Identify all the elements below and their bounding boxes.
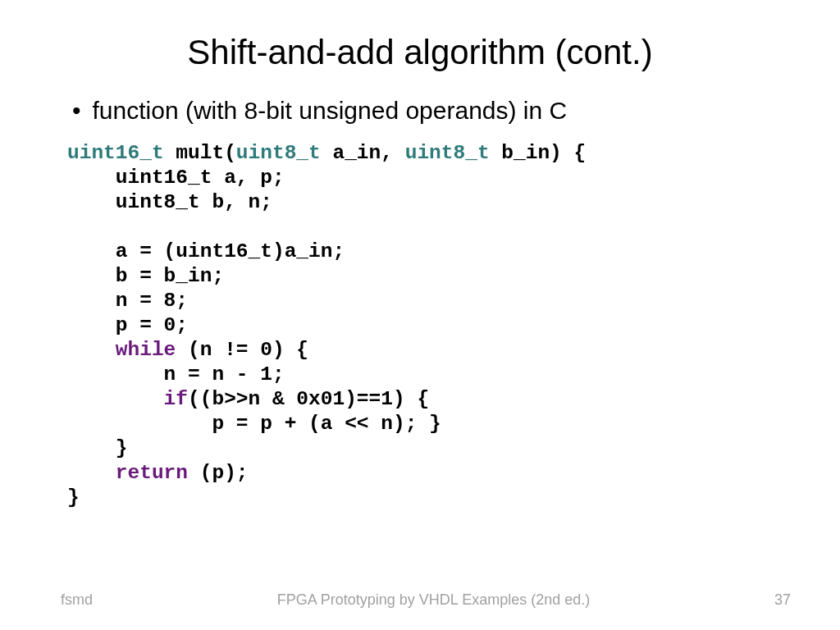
- bullet-dot-icon: •: [72, 95, 81, 126]
- code-keyword: while: [67, 339, 176, 361]
- code-text: n = n - 1;: [67, 363, 285, 386]
- bullet-item: • function (with 8-bit unsigned operands…: [72, 95, 791, 126]
- code-type: uint16_t: [67, 142, 164, 164]
- code-text: (n != 0) {: [176, 339, 308, 361]
- code-text: b = b_in;: [67, 265, 224, 287]
- code-text: p = 0;: [67, 314, 188, 336]
- code-keyword: return: [67, 462, 188, 484]
- code-text: a = (uint16_t)a_in;: [67, 240, 345, 262]
- code-text: b_in) {: [490, 142, 587, 164]
- code-text: mult(: [164, 142, 236, 164]
- code-type: uint8_t: [236, 142, 321, 164]
- code-keyword: if: [67, 388, 188, 410]
- slide-footer: fsmd FPGA Prototyping by VHDL Examples (…: [0, 591, 840, 609]
- code-text: [67, 216, 80, 238]
- code-text: n = 8;: [67, 290, 188, 312]
- footer-page-number: 37: [774, 591, 791, 609]
- bullet-text: function (with 8-bit unsigned operands) …: [93, 95, 568, 126]
- slide-title: Shift-and-add algorithm (cont.): [49, 33, 791, 72]
- code-text: p = p + (a << n); }: [67, 413, 441, 435]
- code-text: }: [67, 486, 80, 509]
- footer-center: FPGA Prototyping by VHDL Examples (2nd e…: [93, 591, 774, 609]
- footer-left: fsmd: [61, 591, 93, 609]
- code-text: }: [67, 437, 128, 459]
- code-text: a_in,: [321, 142, 405, 164]
- code-text: ((b>>n & 0x01)==1) {: [188, 388, 429, 410]
- code-text: uint8_t b, n;: [67, 191, 272, 213]
- slide: Shift-and-add algorithm (cont.) • functi…: [0, 0, 840, 630]
- code-text: (p);: [188, 462, 249, 484]
- code-text: uint16_t a, p;: [67, 167, 285, 189]
- code-block: uint16_t mult(uint8_t a_in, uint8_t b_in…: [67, 141, 791, 510]
- code-type: uint8_t: [405, 142, 490, 164]
